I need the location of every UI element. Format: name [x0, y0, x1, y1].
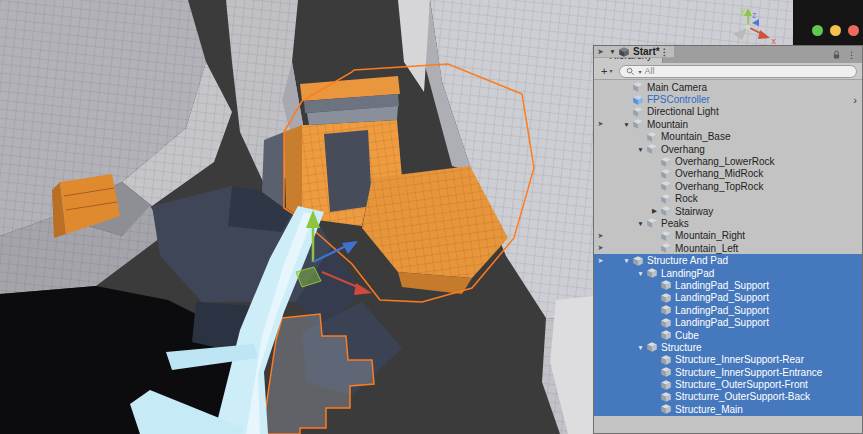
indent-spacer: [607, 136, 635, 137]
gameobject-icon: [646, 217, 658, 229]
picking-toggle-icon[interactable]: ➤: [594, 120, 607, 128]
hierarchy-item-label: Mountain_Right: [675, 230, 745, 241]
hierarchy-item-label: Main Camera: [647, 82, 707, 93]
hierarchy-row-overhang-toprock[interactable]: Overhang_TopRock: [594, 180, 862, 192]
hierarchy-item-label: Rock: [675, 193, 698, 204]
search-icon: [626, 67, 635, 76]
hierarchy-row-overhang-lowerrock[interactable]: Overhang_LowerRock: [594, 155, 862, 167]
picking-toggle-icon[interactable]: ➤: [594, 257, 607, 265]
hierarchy-row-stairway[interactable]: ▶Stairway: [594, 205, 862, 217]
hierarchy-row-rock[interactable]: Rock: [594, 193, 862, 205]
indent-spacer: [607, 260, 621, 261]
hierarchy-row-structure-innersupport-rear[interactable]: Structure_InnerSupport-Rear: [594, 354, 862, 366]
gameobject-icon: [660, 304, 672, 316]
hierarchy-row-peaks[interactable]: ▼Peaks: [594, 217, 862, 229]
hierarchy-row-landingpad[interactable]: ▼LandingPad: [594, 267, 862, 279]
hierarchy-row-structure-innersupport-entrance[interactable]: Structure_InnerSupport-Entrance: [594, 366, 862, 378]
panel-menu-icon[interactable]: ⋮: [847, 50, 856, 60]
hierarchy-item-label: LandingPad_Support: [675, 280, 769, 291]
foldout-open-icon[interactable]: ▼: [635, 270, 646, 277]
hierarchy-row-fpscontroller[interactable]: FPSController›: [594, 93, 862, 105]
hierarchy-row-main-camera[interactable]: Main Camera: [594, 81, 862, 93]
indent-spacer: [607, 161, 649, 162]
hierarchy-item-label: Cube: [675, 330, 699, 341]
foldout-open-icon[interactable]: ▼: [621, 121, 632, 128]
foldout-open-icon[interactable]: ▼: [635, 220, 646, 227]
indent-spacer: [607, 173, 649, 174]
hierarchy-item-label: LandingPad_Support: [675, 317, 769, 328]
hierarchy-item-label: Structure: [661, 342, 702, 353]
hierarchy-row-structure-main[interactable]: Structure_Main: [594, 403, 862, 415]
hierarchy-row-landingpad-support[interactable]: LandingPad_Support: [594, 304, 862, 316]
search-filter-caret-icon: ▾: [638, 68, 641, 75]
add-dropdown-caret-icon: ▾: [609, 66, 612, 77]
hierarchy-item-label: Overhang_MidRock: [675, 168, 763, 179]
hierarchy-row-structurre-outersupport-back[interactable]: Structurre_OuterSupport-Back: [594, 391, 862, 403]
foldout-closed-icon[interactable]: ▶: [649, 207, 660, 215]
lock-icon[interactable]: [832, 50, 841, 60]
axis-label-z: z: [752, 11, 756, 20]
indent-spacer: [607, 335, 649, 336]
hierarchy-row-overhang[interactable]: ▼Overhang: [594, 143, 862, 155]
hierarchy-item-label: Overhang_TopRock: [675, 181, 763, 192]
hierarchy-item-label: Structure_Main: [675, 404, 743, 415]
hierarchy-row-landingpad-support[interactable]: LandingPad_Support: [594, 316, 862, 328]
hierarchy-row-structure-outersupport-front[interactable]: Structure_OuterSupport-Front: [594, 378, 862, 390]
hierarchy-row-landingpad-support[interactable]: LandingPad_Support: [594, 292, 862, 304]
indent-spacer: [607, 322, 649, 323]
foldout-open-icon[interactable]: ▼: [635, 344, 646, 351]
gameobject-icon: [660, 354, 672, 366]
hierarchy-item-label: Structure_InnerSupport-Entrance: [675, 367, 822, 378]
hierarchy-row-overhang-midrock[interactable]: Overhang_MidRock: [594, 168, 862, 180]
window-controls: [812, 25, 859, 36]
hierarchy-item-label: Peaks: [661, 218, 689, 229]
indent-spacer: [607, 99, 621, 100]
hierarchy-row-cube[interactable]: Cube: [594, 329, 862, 341]
hierarchy-item-label: Structure_OuterSupport-Front: [675, 379, 808, 390]
hierarchy-row-mountain-left[interactable]: ➤Mountain_Left: [594, 242, 862, 254]
foldout-open-icon[interactable]: ▼: [621, 257, 632, 264]
gameobject-icon: [660, 230, 672, 242]
hierarchy-item-label: Structurre_OuterSupport-Back: [675, 391, 810, 402]
gameobject-icon: [660, 329, 672, 341]
hierarchy-row-mountain-right[interactable]: ➤Mountain_Right: [594, 230, 862, 242]
indent-spacer: [607, 149, 635, 150]
window-control-red[interactable]: [848, 25, 859, 36]
indent-spacer: [607, 186, 649, 187]
gameobject-icon: [660, 279, 672, 291]
window-control-green[interactable]: [812, 25, 823, 36]
hierarchy-row-structure[interactable]: ▼Structure: [594, 341, 862, 353]
hierarchy-item-label: LandingPad_Support: [675, 292, 769, 303]
indent-spacer: [607, 384, 649, 385]
gameobject-icon: [660, 391, 672, 403]
indent-spacer: [607, 87, 621, 88]
hierarchy-item-label: LandingPad: [661, 268, 714, 279]
add-gameobject-button[interactable]: + ▾: [597, 66, 616, 77]
indent-spacer: [607, 347, 635, 348]
hierarchy-item-label: Structure_InnerSupport-Rear: [675, 354, 804, 365]
foldout-open-icon[interactable]: ▼: [635, 146, 646, 153]
window-chrome-strip: [793, 0, 863, 46]
search-placeholder: All: [644, 66, 654, 76]
hierarchy-item-label: Mountain: [647, 119, 688, 130]
prefab-open-chevron-icon[interactable]: ›: [853, 95, 862, 105]
picking-toggle-icon[interactable]: ➤: [594, 232, 607, 240]
hierarchy-row-mountain[interactable]: ➤▼Mountain: [594, 118, 862, 130]
gameobject-icon: [632, 81, 644, 93]
gameobject-icon: [660, 379, 672, 391]
hierarchy-toolbar: + ▾ ▾ All: [594, 63, 862, 80]
hierarchy-row-structure-and-pad[interactable]: ➤▼Structure And Pad: [594, 254, 862, 266]
window-control-yellow[interactable]: [830, 25, 841, 36]
hierarchy-item-label: Mountain_Base: [661, 131, 731, 142]
hierarchy-panel: ≡ Hierarchy ⋮ + ▾ ▾: [593, 45, 863, 434]
indent-spacer: [607, 248, 649, 249]
indent-spacer: [607, 273, 635, 274]
hierarchy-item-label: Overhang: [661, 144, 705, 155]
gameobject-icon: [660, 156, 672, 168]
axis-gizmo-center[interactable]: [746, 25, 751, 30]
search-input[interactable]: ▾ All: [619, 65, 857, 78]
picking-toggle-icon[interactable]: ➤: [594, 244, 607, 252]
hierarchy-row-mountain-base[interactable]: Mountain_Base: [594, 131, 862, 143]
hierarchy-row-landingpad-support[interactable]: LandingPad_Support: [594, 279, 862, 291]
hierarchy-row-directional-light[interactable]: Directional Light: [594, 106, 862, 118]
